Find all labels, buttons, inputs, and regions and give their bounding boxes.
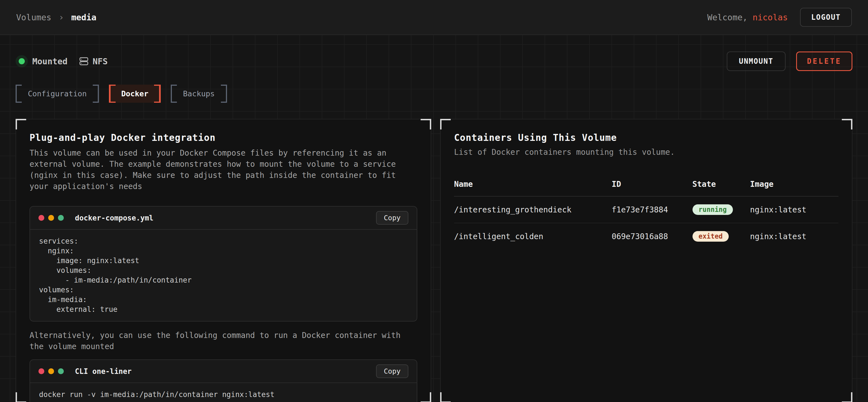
volume-status: Mounted NFS [16,55,108,67]
column-header-image: Image [750,174,838,196]
containers-panel-title: Containers Using This Volume [454,132,838,143]
compose-code-block: docker-compose.yml Copy services: nginx:… [30,206,417,322]
tab-docker[interactable]: Docker [109,85,161,103]
containers-panel: Containers Using This Volume List of Doc… [440,119,852,402]
panels-row: Plug-and-play Docker integration This vo… [16,119,852,402]
mounted-status-label: Mounted [32,57,67,66]
window-dot-red-icon [38,368,44,374]
container-image: nginx:latest [750,196,838,223]
logout-button[interactable]: LOGOUT [800,8,852,27]
fs-type-label: NFS [92,57,107,66]
window-dot-amber-icon [48,215,54,221]
server-icon [79,57,89,66]
tab-bar: Configuration Docker Backups [16,85,852,103]
tab-configuration[interactable]: Configuration [16,85,99,103]
window-dots [38,368,64,374]
cli-title: CLI one-liner [75,367,132,375]
column-header-state: State [692,174,750,196]
docker-integration-panel: Plug-and-play Docker integration This vo… [16,119,431,402]
containers-table-header-row: Name ID State Image [454,174,838,196]
corner-mark-icon [842,392,852,402]
top-bar: Volumes › media Welcome, nicolas LOGOUT [0,0,868,35]
docker-panel-description: This volume can be used in your Docker C… [30,147,408,192]
container-id: f1e73e7f3884 [612,196,692,223]
table-row: /intelligent_colden 069e73016a88 exited … [454,223,838,249]
username: nicolas [753,12,788,22]
filesystem-type: NFS [79,57,107,66]
status-badge: running [692,204,733,215]
corner-mark-icon [16,392,26,402]
window-dot-green-icon [58,368,64,374]
welcome-text: Welcome, nicolas [707,12,788,22]
breadcrumb-volumes-link[interactable]: Volumes [16,12,51,22]
delete-button[interactable]: DELETE [796,52,852,71]
tab-backups[interactable]: Backups [171,85,227,103]
container-name: /intelligent_colden [454,223,612,249]
corner-mark-icon [440,119,451,129]
compose-code-header: docker-compose.yml Copy [30,207,417,230]
breadcrumb-current-volume: media [71,12,96,22]
containers-table: Name ID State Image /interesting_grothen… [454,174,838,249]
container-name: /interesting_grothendieck [454,196,612,223]
breadcrumb: Volumes › media [16,12,96,23]
topbar-right: Welcome, nicolas LOGOUT [707,8,852,27]
corner-mark-icon [421,119,431,129]
corner-mark-icon [16,119,26,129]
column-header-id: ID [612,174,692,196]
status-row: Mounted NFS UNMOUNT DELETE [16,51,852,71]
window-dot-amber-icon [48,368,54,374]
chevron-right-icon: › [59,12,64,23]
unmount-button[interactable]: UNMOUNT [727,52,786,71]
cli-intro-text: Alternatively, you can use the following… [30,330,408,352]
containers-panel-subtitle: List of Docker containers mounting this … [454,147,838,157]
column-header-name: Name [454,174,612,196]
corner-mark-icon [842,119,852,129]
status-badge: exited [692,231,729,242]
compose-filename: docker-compose.yml [75,214,154,222]
docker-panel-title: Plug-and-play Docker integration [30,132,417,143]
mounted-status-icon [16,55,28,67]
cli-copy-button[interactable]: Copy [376,364,408,378]
main-content: Mounted NFS UNMOUNT DELETE Configuratio [0,35,868,402]
compose-copy-button[interactable]: Copy [376,211,408,225]
corner-mark-icon [440,392,451,402]
welcome-prefix: Welcome, [707,12,753,22]
cli-code-block: CLI one-liner Copy docker run -v im-medi… [30,359,417,402]
window-dot-red-icon [38,215,44,221]
corner-mark-icon [421,392,431,402]
window-dot-green-icon [58,215,64,221]
volume-detail-page: Volumes › media Welcome, nicolas LOGOUT … [0,0,868,402]
compose-code-content: services: nginx: image: nginx:latest vol… [30,230,417,321]
cli-code-header: CLI one-liner Copy [30,360,417,383]
cli-code-content: docker run -v im-media:/path/in/containe… [30,383,417,402]
container-id: 069e73016a88 [612,223,692,249]
window-dots [38,215,64,221]
table-row: /interesting_grothendieck f1e73e7f3884 r… [454,196,838,223]
volume-actions: UNMOUNT DELETE [727,52,853,71]
green-dot-icon [19,58,25,64]
container-image: nginx:latest [750,223,838,249]
